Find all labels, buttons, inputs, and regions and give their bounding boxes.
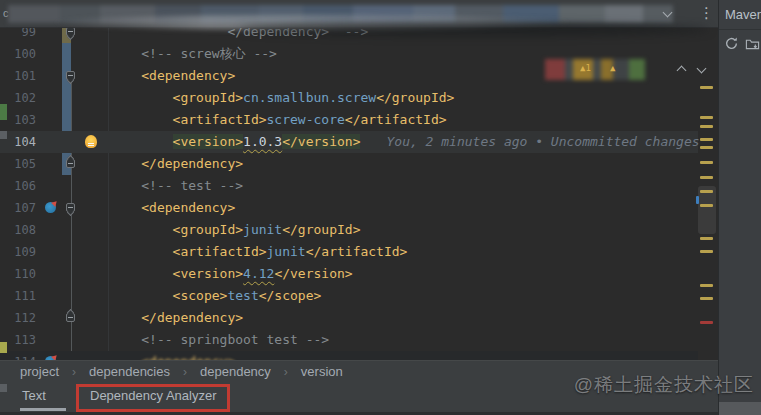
breadcrumb: project›dependencies›dependency›version <box>20 364 343 379</box>
active-tab-underline <box>20 408 66 411</box>
line-number: 112 <box>0 307 36 329</box>
code-line[interactable]: 103<artifactId>screw-core</artifactId> <box>0 109 698 131</box>
maven-panel-header: Maven <box>719 0 761 30</box>
code-segment-val: junit <box>267 244 306 259</box>
blurred-block <box>605 5 643 23</box>
download-sources-icon[interactable] <box>745 36 760 55</box>
line-number: 109 <box>0 241 36 263</box>
blurred-block <box>629 59 645 80</box>
code-segment-val: cn.smallbun.screw <box>243 90 376 105</box>
code-segment-tag: <groupId> <box>173 222 243 237</box>
dependency-gutter-icon[interactable] <box>45 202 56 213</box>
panel-bottom-block <box>719 402 761 415</box>
code-line[interactable]: 114<dependency> <box>0 351 698 360</box>
warning-mark[interactable] <box>700 284 713 287</box>
code-text: <version>4.12</version> <box>110 263 353 285</box>
warning-mark[interactable] <box>700 161 713 164</box>
warning-mark[interactable] <box>700 125 713 128</box>
inspections-widget-blurred[interactable] <box>545 59 645 80</box>
breadcrumb-item-dependency[interactable]: dependency <box>200 364 271 379</box>
blurred-block <box>593 59 601 80</box>
code-segment-val: test <box>227 288 258 303</box>
ide-window: c ⋮ 99</dependency> -->100<!-- screw核心 -… <box>0 0 761 415</box>
code-segment-tag: </version> <box>282 134 360 149</box>
code-line[interactable]: 102<groupId>cn.smallbun.screw</groupId> <box>0 87 698 109</box>
code-text: <artifactId>junit</artifactId> <box>110 241 407 263</box>
blurred-block <box>8 5 60 23</box>
line-number: 100 <box>0 43 36 65</box>
code-segment-comment: <!-- springboot test --> <box>141 332 329 347</box>
blur-artifact-dark <box>240 23 710 36</box>
breadcrumb-item-project[interactable]: project <box>20 364 59 379</box>
code-text: <scope>test</scope> <box>110 285 321 307</box>
scrollbar-thumb[interactable] <box>698 186 716 234</box>
code-text: <dependency> <box>110 197 235 219</box>
code-segment-tag: </artifactId> <box>345 112 447 127</box>
left-edge-fragment-gray2 <box>0 384 7 392</box>
breadcrumb-item-dependencies[interactable]: dependencies <box>89 364 170 379</box>
code-segment-tag: <artifactId> <box>173 112 267 127</box>
code-line[interactable]: 108<groupId>junit</groupId> <box>0 219 698 241</box>
code-segment-tag: <dependency> <box>141 68 235 83</box>
code-line[interactable]: 105</dependency> <box>0 153 698 175</box>
tab-text[interactable]: Text <box>22 388 46 403</box>
code-segment-tag: </artifactId> <box>306 244 408 259</box>
warning-mark[interactable] <box>700 116 713 119</box>
code-line[interactable]: 111<scope>test</scope> <box>0 285 698 307</box>
fold-marker-icon[interactable] <box>66 203 75 212</box>
code-segment-tag: </groupId> <box>376 90 454 105</box>
warning-mark[interactable] <box>700 297 713 300</box>
code-text: <!-- springboot test --> <box>110 329 329 351</box>
left-edge-fragment-green <box>0 104 7 120</box>
warning-mark[interactable] <box>700 146 713 149</box>
info-mark[interactable] <box>696 196 699 204</box>
warning-mark[interactable] <box>700 190 713 193</box>
maven-panel-title: Maven <box>725 7 761 22</box>
code-segment-comment: <!-- screw核心 --> <box>141 46 277 61</box>
code-text: </dependency> <box>110 153 243 175</box>
code-text: <groupId>junit</groupId> <box>110 219 360 241</box>
line-number: 107 <box>0 197 36 219</box>
fold-marker-icon[interactable] <box>66 313 75 322</box>
code-line[interactable]: 107<dependency> <box>0 197 698 219</box>
code-line[interactable]: 112</dependency> <box>0 307 698 329</box>
code-text: <artifactId>screw-core</artifactId> <box>110 109 447 131</box>
code-line[interactable]: 109<artifactId>junit</artifactId> <box>0 241 698 263</box>
error-stripe[interactable] <box>696 28 718 360</box>
line-number: 108 <box>0 219 36 241</box>
code-segment-tag: <version> <box>173 266 243 281</box>
code-segment-tag: <dependency> <box>141 200 235 215</box>
left-edge-fragment-olive <box>0 342 7 353</box>
warning-mark[interactable] <box>700 86 713 89</box>
code-segment-val: 4.12 <box>243 266 274 281</box>
code-line[interactable]: 113<!-- springboot test --> <box>0 329 698 351</box>
code-segment-tag: <scope> <box>173 288 228 303</box>
warning-mark[interactable] <box>700 237 713 240</box>
code-line[interactable]: 106<!-- test --> <box>0 175 698 197</box>
code-segment-blame: You, 2 minutes ago • Uncommitted changes <box>386 134 699 149</box>
refresh-icon[interactable] <box>724 36 739 55</box>
code-text: <!-- screw核心 --> <box>110 43 277 65</box>
code-segment-comment: <!-- test --> <box>141 178 243 193</box>
fold-marker-icon[interactable] <box>66 71 75 80</box>
fold-marker-icon[interactable] <box>66 28 75 36</box>
line-number: 110 <box>0 263 36 285</box>
warning-mark[interactable] <box>700 204 713 207</box>
kebab-menu-icon[interactable]: ⋮ <box>699 6 714 20</box>
line-number: 99 <box>0 28 36 43</box>
code-line[interactable]: 110<version>4.12</version> <box>0 263 698 285</box>
editor-pane[interactable]: 99</dependency> -->100<!-- screw核心 -->10… <box>0 28 718 360</box>
fold-marker-icon[interactable] <box>66 159 75 168</box>
warning-mark[interactable] <box>700 138 713 141</box>
intention-lightbulb-icon[interactable] <box>85 135 97 148</box>
line-number: 101 <box>0 65 36 87</box>
warning-mark[interactable] <box>700 176 713 179</box>
code-line[interactable]: 104<version>1.0.3</version>You, 2 minute… <box>0 131 698 153</box>
code-segment-tag: </dependency> <box>141 156 243 171</box>
code-segment-tag: <version> <box>173 134 243 149</box>
code-segment-tag: </scope> <box>259 288 322 303</box>
error-mark[interactable] <box>700 321 713 324</box>
breadcrumb-item-version[interactable]: version <box>301 364 343 379</box>
warning-mark[interactable] <box>700 250 713 253</box>
blurred-block <box>565 59 573 80</box>
